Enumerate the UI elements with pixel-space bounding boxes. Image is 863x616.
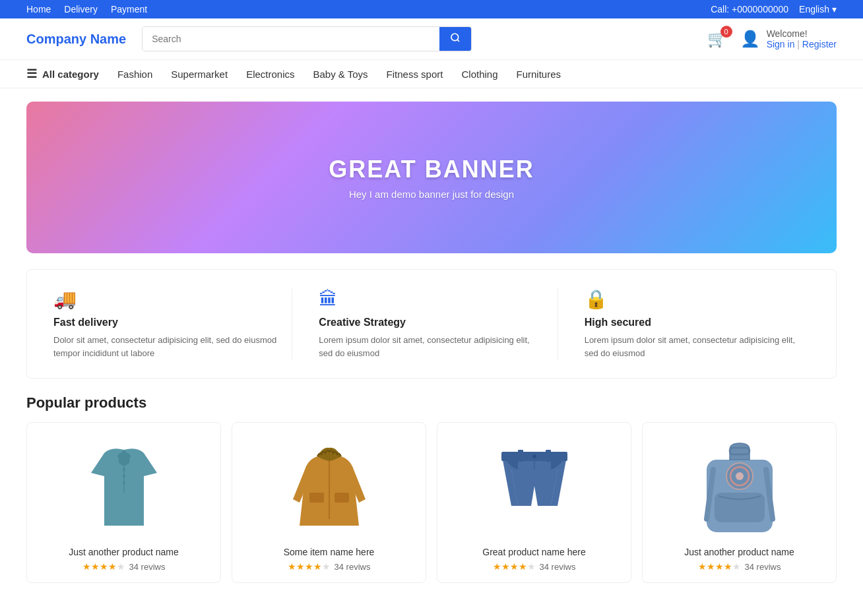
nav-home[interactable]: Home xyxy=(26,4,51,15)
cart-count-badge: 0 xyxy=(720,26,732,38)
product-name-1: Just another product name xyxy=(69,547,179,557)
top-nav-links: Home Delivery Payment xyxy=(26,4,147,15)
language-label: English xyxy=(799,4,829,15)
nav-payment[interactable]: Payment xyxy=(111,4,147,15)
welcome-text: Welcome! xyxy=(767,28,837,39)
hero-banner: GREAT BANNER Hey I am demo banner just f… xyxy=(26,102,837,253)
nav-clothing[interactable]: Clothing xyxy=(461,69,497,80)
product-card-2[interactable]: Some item name here ★★★★★ 34 reviws xyxy=(232,422,426,583)
feature-creative-strategy: 🏛 Creative Strategy Lorem ipsum dolor si… xyxy=(305,288,558,359)
product-card-1[interactable]: Just another product name ★★★★★ 34 reviw… xyxy=(26,422,221,583)
banner-subtitle: Hey I am demo banner just for design xyxy=(349,189,514,200)
svg-rect-9 xyxy=(335,493,349,503)
product-name-3: Great product name here xyxy=(482,547,585,557)
svg-point-6 xyxy=(123,481,125,484)
feature-title-1: Fast delivery xyxy=(53,317,278,328)
svg-point-5 xyxy=(123,475,125,477)
product-name-2: Some item name here xyxy=(284,547,375,557)
popular-products-title: Popular products xyxy=(26,394,837,412)
product-image-2 xyxy=(276,433,382,539)
strategy-icon: 🏛 xyxy=(319,288,544,310)
user-text: Welcome! Sign in | Register xyxy=(767,28,837,49)
nav-furnitures[interactable]: Furnitures xyxy=(517,69,561,80)
svg-point-20 xyxy=(736,472,744,480)
products-grid: Just another product name ★★★★★ 34 reviw… xyxy=(26,422,837,583)
cart-button[interactable]: 🛒 0 xyxy=(707,30,727,48)
product-name-4: Just another product name xyxy=(684,547,794,557)
product-rating-4: ★★★★★ 34 reviws xyxy=(698,561,781,572)
banner-title: GREAT BANNER xyxy=(329,156,534,183)
feature-desc-3: Lorem ipsum dolor sit amet, consectetur … xyxy=(585,334,810,359)
register-link[interactable]: Register xyxy=(802,39,837,49)
stars-1: ★★★★★ xyxy=(82,561,125,572)
feature-fast-delivery: 🚚 Fast delivery Dolor sit amet, consecte… xyxy=(40,288,292,359)
feature-high-secured: 🔒 High secured Lorem ipsum dolor sit ame… xyxy=(571,288,823,359)
search-bar xyxy=(142,26,472,51)
nav-electronics[interactable]: Electronics xyxy=(246,69,294,80)
nav-delivery[interactable]: Delivery xyxy=(64,4,98,15)
svg-rect-11 xyxy=(518,450,523,462)
product-rating-1: ★★★★★ 34 reviws xyxy=(82,561,166,572)
svg-point-2 xyxy=(117,452,131,460)
reviews-1: 34 reviws xyxy=(129,562,166,572)
all-category-label: All category xyxy=(42,69,99,80)
product-card-3[interactable]: Great product name here ★★★★★ 34 reviws xyxy=(437,422,631,583)
category-nav: ☰ All category Fashion Supermarket Elect… xyxy=(0,60,863,88)
nav-supermarket[interactable]: Supermarket xyxy=(171,69,228,80)
product-card-4[interactable]: Just another product name ★★★★★ 34 reviw… xyxy=(642,422,837,583)
top-bar: Home Delivery Payment Call: +0000000000 … xyxy=(0,0,863,18)
stars-4: ★★★★★ xyxy=(698,561,741,572)
svg-point-0 xyxy=(451,34,459,41)
header-right: 🛒 0 👤 Welcome! Sign in | Register xyxy=(707,28,837,49)
phone-number: Call: +0000000000 xyxy=(711,4,788,15)
nav-fitness[interactable]: Fitness sport xyxy=(387,69,443,80)
svg-line-1 xyxy=(457,40,459,42)
search-icon xyxy=(450,32,461,43)
feature-title-3: High secured xyxy=(585,317,810,328)
product-rating-3: ★★★★★ 34 reviws xyxy=(493,561,576,572)
language-dropdown[interactable]: English ▾ xyxy=(799,4,837,15)
product-image-1 xyxy=(71,433,177,539)
reviews-4: 34 reviws xyxy=(745,562,781,572)
chevron-down-icon: ▾ xyxy=(832,4,837,15)
reviews-3: 34 reviws xyxy=(540,562,576,572)
product-image-3 xyxy=(482,433,587,539)
lock-icon: 🔒 xyxy=(585,288,810,310)
product-rating-2: ★★★★★ 34 reviws xyxy=(288,561,371,572)
hamburger-icon: ☰ xyxy=(26,67,37,81)
top-bar-right: Call: +0000000000 English ▾ xyxy=(711,4,837,15)
svg-point-4 xyxy=(123,468,125,471)
svg-rect-12 xyxy=(546,450,551,462)
stars-2: ★★★★★ xyxy=(288,561,331,572)
user-icon: 👤 xyxy=(740,30,760,48)
svg-point-13 xyxy=(532,454,536,458)
header: Company Name 🛒 0 👤 Welcome! Sign in | Re… xyxy=(0,18,863,60)
nav-fashion[interactable]: Fashion xyxy=(117,69,152,80)
logo[interactable]: Company Name xyxy=(26,32,126,47)
stars-3: ★★★★★ xyxy=(493,561,536,572)
feature-desc-1: Dolor sit amet, consectetur adipisicing … xyxy=(53,334,278,359)
feature-desc-2: Lorem ipsum dolor sit amet, consectetur … xyxy=(319,334,544,359)
popular-products-section: Popular products Just another product xyxy=(26,394,837,583)
product-image-4 xyxy=(687,433,792,539)
sign-in-link[interactable]: Sign in xyxy=(767,39,795,49)
nav-baby-toys[interactable]: Baby & Toys xyxy=(313,69,368,80)
feature-title-2: Creative Strategy xyxy=(319,317,544,328)
reviews-2: 34 reviws xyxy=(335,562,371,572)
search-button[interactable] xyxy=(439,27,471,51)
search-input[interactable] xyxy=(143,27,439,51)
features-section: 🚚 Fast delivery Dolor sit amet, consecte… xyxy=(26,269,837,379)
separator: | xyxy=(797,39,800,49)
user-section: 👤 Welcome! Sign in | Register xyxy=(740,28,837,49)
all-category-button[interactable]: ☰ All category xyxy=(26,67,99,81)
svg-rect-8 xyxy=(309,493,324,503)
delivery-icon: 🚚 xyxy=(53,288,278,310)
